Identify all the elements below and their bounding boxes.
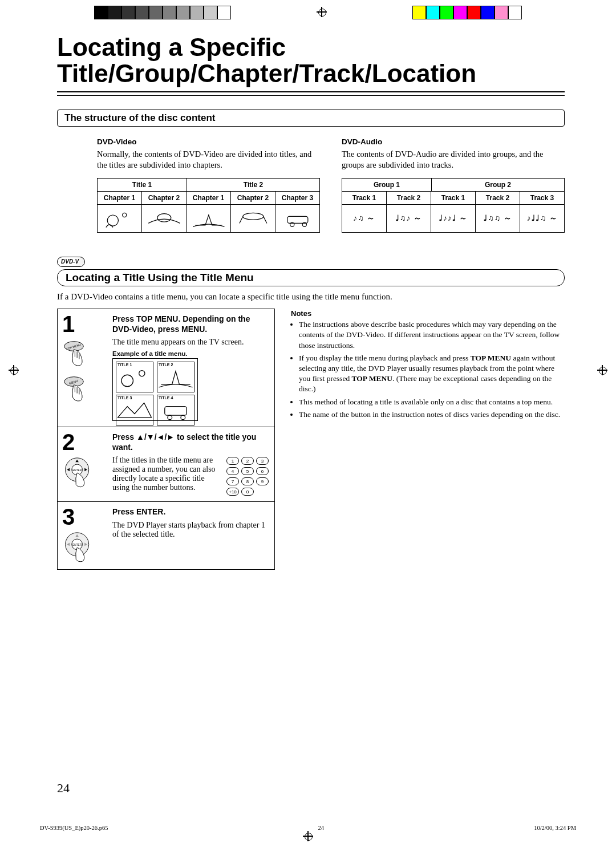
svg-point-11 [121, 375, 133, 386]
dvd-video-label: DVD-Video [97, 137, 320, 147]
note-item: This method of locating a title is avail… [299, 397, 565, 407]
svg-text:ENTER: ENTER [72, 469, 82, 472]
footer-file: DV-S939(US_E)p20-26.p65 [40, 825, 108, 831]
note-item: The name of the button in the instructio… [299, 410, 565, 420]
color-bar [0, 6, 616, 18]
footer: DV-S939(US_E)p20-26.p65 24 10/2/00, 3:24… [40, 825, 576, 831]
chapter-thumb [142, 205, 187, 232]
dvd-audio-col: DVD-Audio The contents of DVD-Audio are … [342, 133, 565, 233]
step-instr: Press ▲/▼/◄/► to select the title you wa… [112, 432, 269, 452]
step-instr: Press ENTER. [112, 506, 269, 517]
svg-rect-4 [287, 216, 308, 223]
locating-intro: If a DVD-Video contains a title menu, yo… [57, 292, 565, 302]
svg-text:ENTER: ENTER [72, 544, 82, 547]
step-1: 1 TOP MENU MENU Press TOP [58, 309, 274, 427]
registration-mark-bottom [303, 831, 313, 841]
grayscale-swatches [94, 6, 231, 18]
page-title: Locating a Specific Title/Group/Chapter/… [57, 34, 565, 87]
track-thumb: ♩♪♪♩ ～ [431, 205, 476, 232]
title-thumb: TITLE 2 [157, 362, 194, 392]
title-thumb: TITLE 3 [116, 395, 153, 425]
steps-area: 1 TOP MENU MENU Press TOP [57, 309, 565, 570]
svg-rect-13 [165, 407, 187, 415]
track-cell: Track 1 [342, 192, 387, 205]
dvd-video-diagram: Title 1 Title 2 Chapter 1 Chapter 2 Chap… [97, 178, 320, 233]
structure-heading: The structure of the disc content [64, 112, 557, 124]
notes-heading: Notes [291, 309, 565, 319]
title-cell: Title 2 [187, 179, 319, 192]
step-instr: Press TOP MENU. Depending on the DVD-Vid… [112, 314, 269, 334]
chapter-cell: Chapter 1 [98, 192, 142, 205]
svg-point-12 [139, 371, 145, 376]
menu-button-icon: MENU [62, 374, 94, 406]
notes-column: Notes The instructions above describe ba… [291, 309, 565, 570]
chapter-cell: Chapter 3 [275, 192, 319, 205]
chapter-thumb [275, 205, 319, 232]
notes-list: The instructions above describe basic pr… [291, 319, 565, 420]
registration-mark-left [9, 365, 19, 375]
note-item: If you display the title menu during pla… [299, 353, 565, 395]
step-3: 3 ENTER Press ENTER. The DVD Player star… [58, 502, 274, 569]
step-num: 1 [62, 313, 112, 335]
chapter-cell: Chapter 1 [187, 192, 231, 205]
track-cell: Track 3 [520, 192, 564, 205]
step-expl: The DVD Player starts playback from chap… [112, 521, 269, 539]
title-menu-example: TITLE 1 TITLE 2 TITLE 3 TITLE 4 [112, 358, 198, 421]
footer-page: 24 [318, 825, 325, 831]
track-thumb: ♩♫♪ ～ [387, 205, 431, 232]
chapter-thumb [187, 205, 231, 232]
dpad-icon: ENTER [62, 457, 94, 489]
chapter-cell: Chapter 2 [231, 192, 275, 205]
note-item: The instructions above describe basic pr… [299, 319, 565, 351]
dvd-audio-desc: The contents of DVD-Audio are divided in… [342, 149, 565, 171]
group-cell: Group 2 [432, 179, 564, 192]
dvd-audio-label: DVD-Audio [342, 137, 565, 147]
group-cell: Group 1 [342, 179, 432, 192]
track-thumb: ♪♩♩♫ ～ [520, 205, 564, 232]
section-locating-heading: Locating a Title Using the Title Menu [57, 269, 565, 286]
track-cell: Track 1 [431, 192, 476, 205]
section-structure-heading: The structure of the disc content [57, 110, 565, 127]
title-thumb: TITLE 4 [157, 395, 194, 425]
title-cell: Title 1 [98, 179, 187, 192]
dvd-video-col: DVD-Video Normally, the contents of DVD-… [97, 133, 320, 233]
page-number: 24 [57, 781, 70, 796]
dvd-video-desc: Normally, the contents of DVD-Video are … [97, 149, 320, 171]
svg-point-14 [168, 415, 172, 420]
step-num: 3 [62, 505, 112, 528]
dvd-v-badge: DVD-V [57, 257, 85, 267]
title-rule [57, 91, 565, 96]
chapter-cell: Chapter 2 [142, 192, 187, 205]
track-thumb: ♪♫ ～ [342, 205, 387, 232]
svg-point-2 [157, 214, 171, 222]
chapter-thumb [98, 205, 142, 232]
step-caption: Example of a title menu. [112, 350, 269, 357]
locating-heading: Locating a Title Using the Title Menu [66, 271, 556, 284]
title-thumb: TITLE 1 [116, 362, 153, 392]
step-expl: If the titles in the title menu are assi… [112, 456, 221, 496]
steps-panel: 1 TOP MENU MENU Press TOP [57, 309, 275, 570]
svg-point-3 [243, 213, 264, 220]
svg-point-1 [122, 213, 126, 217]
enter-button-icon: ENTER [62, 532, 94, 564]
track-cell: Track 2 [387, 192, 431, 205]
color-swatches [412, 6, 522, 18]
svg-point-15 [181, 415, 185, 420]
page: Locating a Specific Title/Group/Chapter/… [0, 0, 616, 847]
step-num: 2 [62, 431, 112, 453]
registration-mark-right [597, 365, 607, 375]
number-keypad: 123 456 789 +100 [226, 457, 269, 496]
dvd-audio-diagram: Group 1 Group 2 Track 1 Track 2 Track 1 … [342, 178, 565, 233]
footer-date: 10/2/00, 3:24 PM [534, 825, 576, 831]
step-2: 2 ENTER Press ▲/▼/◄/► to select the titl… [58, 427, 274, 502]
structure-columns: DVD-Video Normally, the contents of DVD-… [57, 133, 565, 233]
track-thumb: ♩♫♫ ～ [476, 205, 520, 232]
chapter-thumb [231, 205, 275, 232]
track-cell: Track 2 [476, 192, 520, 205]
registration-mark-top [317, 7, 327, 17]
step-expl: The title menu appears on the TV screen. [112, 338, 269, 347]
top-menu-button-icon: TOP MENU [62, 339, 94, 371]
